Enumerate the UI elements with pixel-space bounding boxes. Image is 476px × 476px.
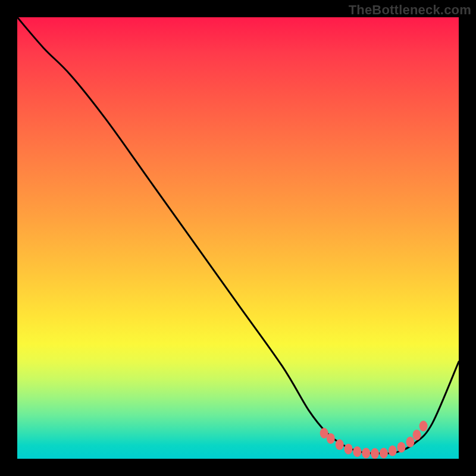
optimal-dot	[345, 444, 353, 455]
plot-area	[17, 17, 459, 459]
optimal-dot	[397, 442, 406, 453]
watermark-text: TheBottleneck.com	[349, 2, 471, 18]
optimal-dot	[353, 446, 361, 457]
optimal-dot	[406, 437, 414, 447]
optimal-dot	[336, 439, 344, 450]
optimal-dot	[327, 433, 335, 444]
optimal-dot	[362, 447, 370, 458]
optimal-dot	[389, 446, 397, 456]
chart-frame: TheBottleneck.com	[0, 0, 476, 476]
bottleneck-curve-path	[17, 17, 459, 453]
optimal-dot	[419, 421, 428, 431]
optimal-dot	[413, 430, 421, 440]
bottleneck-curve-svg	[17, 17, 459, 459]
optimal-dot	[380, 447, 388, 458]
optimal-dot	[371, 448, 379, 459]
